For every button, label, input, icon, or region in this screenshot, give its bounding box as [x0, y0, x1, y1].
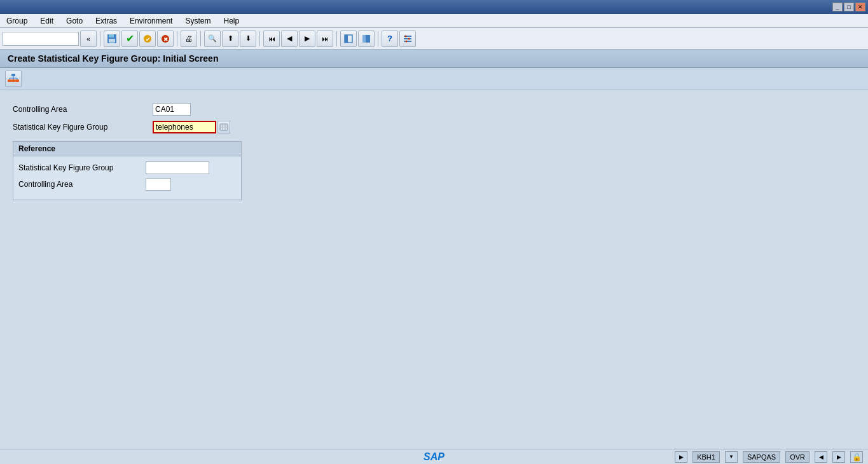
svg-rect-26	[220, 124, 228, 130]
window-controls[interactable]: _ □ ✕	[832, 3, 865, 11]
menu-item-group[interactable]: Group	[4, 15, 30, 27]
cancel-button[interactable]: ✖	[157, 31, 174, 47]
title-bar: _ □ ✕	[0, 0, 868, 14]
menu-item-extras[interactable]: Extras	[93, 15, 120, 27]
mode-field: OVR	[785, 451, 809, 463]
config-button[interactable]	[399, 31, 416, 47]
page-title: Create Statistical Key Figure Group: Ini…	[8, 53, 218, 64]
controlling-area-input[interactable]	[153, 103, 191, 116]
svg-rect-10	[362, 35, 366, 43]
svg-rect-13	[404, 41, 411, 42]
status-right: ▶ KBH1 ▼ SAPQAS OVR ◀ ▶ 🔒	[675, 451, 863, 463]
secondary-toolbar	[0, 68, 868, 90]
menu-bar: Group Edit Goto Extras Environment Syste…	[0, 14, 868, 28]
first-page-button[interactable]: ⏮	[263, 31, 280, 47]
stat-key-fig-group-input[interactable]	[153, 121, 216, 133]
menu-item-system[interactable]: System	[183, 15, 213, 27]
search-icon	[219, 123, 228, 132]
layout2-icon	[362, 34, 371, 43]
prev-page-button[interactable]: ◀	[281, 31, 298, 47]
controlling-area-label: Controlling Area	[13, 105, 153, 114]
run-button[interactable]: ▶	[675, 451, 687, 463]
help-button[interactable]: ?	[382, 31, 398, 47]
find-button[interactable]: 🔍	[204, 31, 221, 47]
svg-rect-1	[109, 34, 114, 38]
reference-box: Reference Statistical Key Figure Group C…	[13, 141, 242, 200]
form-area: Controlling Area Statistical Key Figure …	[0, 90, 868, 213]
svg-rect-17	[11, 74, 15, 76]
sap-logo: SAP	[424, 451, 444, 462]
cancel-icon: ✖	[160, 34, 170, 44]
separator-2	[177, 31, 177, 46]
ref-controlling-area-input[interactable]	[146, 178, 171, 191]
svg-rect-24	[11, 79, 15, 82]
next-page-button[interactable]: ▶	[299, 31, 315, 47]
stat-key-fig-group-search-button[interactable]	[217, 121, 230, 133]
check-button[interactable]: ✔	[139, 31, 156, 47]
ref-stat-key-fig-label: Statistical Key Figure Group	[18, 163, 146, 172]
close-button[interactable]: ✕	[855, 3, 865, 11]
save-button[interactable]	[104, 31, 120, 47]
svg-point-15	[408, 38, 410, 39]
svg-text:✔: ✔	[146, 36, 151, 43]
svg-point-14	[405, 35, 407, 37]
separator-3	[200, 31, 201, 46]
svg-rect-8	[345, 35, 348, 43]
layout2-button[interactable]	[358, 31, 375, 47]
ref-stat-key-fig-input[interactable]	[146, 161, 209, 174]
separator-5	[336, 31, 337, 46]
command-input[interactable]	[3, 32, 79, 46]
lock-button[interactable]: 🔒	[850, 451, 863, 463]
separator-1	[100, 31, 100, 46]
status-bar: SAP ▶ KBH1 ▼ SAPQAS OVR ◀ ▶ 🔒	[0, 449, 868, 464]
svg-text:✖: ✖	[163, 36, 169, 43]
svg-rect-2	[109, 39, 115, 43]
nav-right-button[interactable]: ▶	[832, 451, 845, 463]
separator-4	[259, 31, 260, 46]
hierarchy-icon	[7, 73, 20, 85]
minimize-button[interactable]: _	[832, 3, 843, 11]
config-icon	[403, 34, 412, 43]
print-button[interactable]: 🖨	[181, 31, 197, 47]
svg-rect-25	[15, 79, 19, 82]
sap-logo-area: SAP	[424, 451, 444, 463]
nav-history-button[interactable]: «	[80, 31, 97, 47]
svg-rect-23	[8, 79, 11, 82]
reference-content: Statistical Key Figure Group Controlling…	[13, 156, 241, 200]
ref-controlling-area-row: Controlling Area	[18, 178, 236, 191]
menu-item-goto[interactable]: Goto	[64, 15, 85, 27]
svg-rect-12	[404, 38, 411, 39]
system-dropdown-button[interactable]: ▼	[725, 451, 738, 463]
toolbar: « ✔ ✔ ✖ 🖨 🔍 ⬆ ⬇ ⏮ ◀ ▶ ⏭	[0, 28, 868, 50]
confirm-button[interactable]: ✔	[121, 31, 138, 47]
client-field: SAPQAS	[743, 451, 780, 463]
menu-item-edit[interactable]: Edit	[38, 15, 56, 27]
system-field: KBH1	[692, 451, 720, 463]
menu-item-environment[interactable]: Environment	[127, 15, 175, 27]
ref-stat-key-fig-row: Statistical Key Figure Group	[18, 161, 236, 174]
stat-key-fig-group-row: Statistical Key Figure Group	[13, 121, 855, 133]
find-prev-button[interactable]: ⬆	[222, 31, 238, 47]
nav-left-button[interactable]: ◀	[815, 451, 827, 463]
menu-item-help[interactable]: Help	[221, 15, 242, 27]
svg-point-16	[406, 40, 408, 42]
check-icon: ✔	[142, 34, 153, 44]
maximize-button[interactable]: □	[844, 3, 854, 11]
hierarchy-button[interactable]	[5, 71, 22, 87]
last-page-button[interactable]: ⏭	[317, 31, 333, 47]
find-next-button[interactable]: ⬇	[240, 31, 256, 47]
controlling-area-row: Controlling Area	[13, 103, 855, 116]
separator-6	[378, 31, 378, 46]
ref-controlling-area-label: Controlling Area	[18, 180, 146, 189]
reference-title: Reference	[13, 142, 241, 156]
save-icon	[107, 34, 117, 44]
layout1-button[interactable]	[340, 31, 357, 47]
stat-key-fig-group-label: Statistical Key Figure Group	[13, 123, 153, 132]
page-title-bar: Create Statistical Key Figure Group: Ini…	[0, 50, 868, 68]
layout1-icon	[344, 34, 353, 43]
